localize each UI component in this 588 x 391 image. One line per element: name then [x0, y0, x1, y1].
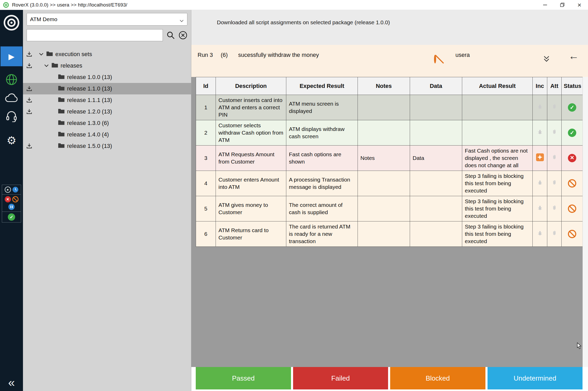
cell-data[interactable]: [410, 196, 462, 221]
tree-item-release-1-5-0[interactable]: release 1.5.0 (13): [23, 140, 191, 152]
title-bar: RoverX (3.0.0.0) >> usera >> http://loca…: [0, 0, 588, 10]
nav-settings-button[interactable]: ⚙: [7, 129, 16, 146]
download-icon[interactable]: [23, 51, 35, 58]
search-button[interactable]: [166, 31, 175, 40]
cell-data[interactable]: Data: [410, 146, 462, 171]
cell-notes[interactable]: [358, 95, 410, 120]
passed-button[interactable]: Passed: [196, 367, 291, 389]
table-row[interactable]: 6 ATM Returns card to Customer The card …: [196, 221, 583, 247]
cell-data[interactable]: [410, 171, 462, 196]
table-row[interactable]: 5 ATM gives money to Customer The correc…: [196, 196, 583, 221]
tree-item-release-1-2-0[interactable]: release 1.2.0 (13): [23, 106, 191, 117]
download-icon[interactable]: [23, 97, 35, 104]
tree-item-releases[interactable]: releases: [23, 60, 191, 71]
expand-chevron-icon[interactable]: [44, 62, 49, 69]
cell-notes[interactable]: [358, 221, 410, 247]
tree-item-release-1-0-0[interactable]: release 1.0.0 (13): [23, 71, 191, 83]
nav-execution-button[interactable]: ▶: [1, 46, 22, 66]
expand-all-button[interactable]: [542, 55, 551, 63]
incident-icon[interactable]: [537, 205, 543, 211]
back-button[interactable]: ←: [568, 51, 579, 61]
incident-raised-icon[interactable]: [536, 153, 544, 161]
cell-attachment[interactable]: [547, 146, 562, 171]
cell-incident[interactable]: [533, 171, 547, 196]
table-row[interactable]: 3 ATM Requests Amount from Customer Fast…: [196, 146, 583, 171]
attachment-icon[interactable]: [551, 129, 557, 135]
cell-description: Customer selects withdraw Cash option fr…: [216, 120, 286, 146]
failed-filter-icon[interactable]: [5, 196, 11, 202]
nav-cloud-button[interactable]: [4, 93, 19, 103]
attachment-icon[interactable]: [551, 230, 557, 236]
tree-item-release-1-3-0[interactable]: release 1.3.0 (6): [23, 117, 191, 129]
passed-filter-icon[interactable]: [8, 213, 15, 221]
cell-incident[interactable]: [533, 146, 547, 171]
cell-actual-result[interactable]: Step 3 failing is blocking this test fro…: [462, 221, 533, 247]
cell-notes[interactable]: [358, 120, 410, 146]
incident-icon[interactable]: [537, 230, 543, 236]
cell-actual-result[interactable]: Step 3 failing is blocking this test fro…: [462, 196, 533, 221]
cell-incident[interactable]: [533, 196, 547, 221]
maximize-button[interactable]: [554, 0, 571, 10]
run-header: Run 3 (6) sucessfully withdraw the money…: [191, 45, 588, 77]
incident-icon[interactable]: [537, 104, 543, 110]
minimize-button[interactable]: [536, 0, 554, 10]
cell-attachment[interactable]: [547, 196, 562, 221]
table-row[interactable]: 2 Customer selects withdraw Cash option …: [196, 120, 583, 146]
test-steps-table: Id Description Expected Result Notes Dat…: [196, 77, 583, 247]
incident-icon[interactable]: [537, 180, 543, 185]
attachment-icon[interactable]: [551, 154, 557, 160]
tree-item-release-1-4-0[interactable]: release 1.4.0 (4): [23, 129, 191, 140]
cell-notes[interactable]: Notes: [358, 146, 410, 171]
failed-button[interactable]: Failed: [293, 367, 388, 389]
paused-filter-icon[interactable]: [8, 204, 15, 210]
expand-chevron-icon[interactable]: [39, 51, 44, 58]
cell-data[interactable]: [410, 95, 462, 120]
cell-actual-result[interactable]: Step 3 failing is blocking this test fro…: [462, 171, 533, 196]
download-icon[interactable]: [23, 85, 35, 92]
cell-attachment[interactable]: [547, 95, 562, 120]
tree-item-label: release 1.0.0 (13): [67, 74, 112, 81]
project-selector[interactable]: ATM Demo: [27, 13, 187, 26]
search-input[interactable]: [27, 29, 163, 41]
cell-notes[interactable]: [358, 171, 410, 196]
cell-data[interactable]: [410, 120, 462, 146]
cell-incident[interactable]: [533, 120, 547, 146]
attachment-icon[interactable]: [551, 104, 557, 110]
cell-notes[interactable]: [358, 196, 410, 221]
cell-attachment[interactable]: [547, 221, 562, 247]
cell-expected-result: The correct amount of cash is supplied: [286, 196, 358, 221]
status-message-band: Downloaded all script assignments on sel…: [191, 10, 588, 45]
attachment-icon[interactable]: [551, 205, 557, 211]
collapse-sidebar-button[interactable]: «: [0, 376, 23, 388]
cell-actual-result[interactable]: Fast Cash options are not displayed , th…: [462, 146, 533, 171]
cell-attachment[interactable]: [547, 120, 562, 146]
pending-filter-icon[interactable]: [12, 187, 19, 193]
cell-incident[interactable]: [533, 221, 547, 247]
nav-support-button[interactable]: [5, 111, 17, 122]
tree-item-release-1-1-0[interactable]: release 1.1.0 (13): [23, 83, 191, 94]
tree-item-execution-sets[interactable]: execution sets: [23, 49, 191, 60]
table-row[interactable]: 1 Customer inserts card into ATM and ent…: [196, 95, 583, 120]
cell-incident[interactable]: [533, 95, 547, 120]
tree-item-release-1-1-1[interactable]: release 1.1.1 (13): [23, 94, 191, 106]
download-icon[interactable]: [23, 143, 35, 149]
cell-actual-result[interactable]: [462, 95, 533, 120]
vertical-scrollbar[interactable]: [583, 77, 588, 367]
incident-icon[interactable]: [537, 129, 543, 135]
cell-actual-result[interactable]: [462, 120, 533, 146]
running-filter-icon[interactable]: [5, 187, 11, 193]
table-row[interactable]: 4 Customer enters Amount into ATM A proc…: [196, 171, 583, 196]
close-button[interactable]: ×: [571, 0, 588, 10]
blocked-button-label: Blocked: [426, 374, 450, 382]
blocked-button[interactable]: Blocked: [390, 367, 485, 389]
column-header-actual-result: Actual Result: [462, 77, 533, 95]
cell-data[interactable]: [410, 221, 462, 247]
attachment-icon[interactable]: [551, 179, 557, 186]
cell-attachment[interactable]: [547, 171, 562, 196]
clear-search-button[interactable]: [179, 31, 187, 40]
nav-web-button[interactable]: [5, 74, 17, 86]
download-icon[interactable]: [23, 62, 35, 69]
download-icon[interactable]: [23, 108, 35, 115]
blocked-filter-icon[interactable]: [12, 196, 19, 202]
undetermined-button[interactable]: Undetermined: [488, 367, 583, 389]
